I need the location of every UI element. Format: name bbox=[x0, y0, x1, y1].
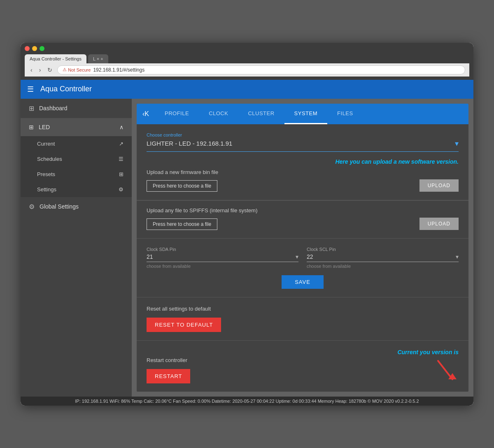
restart-left: Restart controller RESTART bbox=[147, 357, 190, 383]
content-panel: ‹ K PROFILE CLOCK CLUSTER SYSTEM bbox=[137, 104, 468, 392]
schedule-icon: ☰ bbox=[119, 156, 124, 162]
tab-clock[interactable]: CLOCK bbox=[199, 104, 238, 124]
spiffs-upload-label: Upload any file to SPIFFS (internal file… bbox=[147, 207, 459, 214]
settings-icon: ⚙ bbox=[119, 186, 124, 193]
sidebar-global-label: Global Settings bbox=[40, 203, 79, 210]
minimize-icon[interactable] bbox=[32, 46, 37, 51]
scl-pin-value: 22 bbox=[307, 253, 456, 260]
sda-pin-select[interactable]: 21 ▾ bbox=[147, 253, 298, 262]
trend-icon: ↗ bbox=[119, 141, 124, 147]
controller-select-row: LIGHTER - LED - 192.168.1.91 ▾ bbox=[147, 139, 459, 152]
active-browser-tab[interactable]: Aqua Controller - Settings bbox=[25, 54, 86, 63]
scl-dropdown-icon: ▾ bbox=[456, 253, 459, 260]
dashboard-icon: ⊞ bbox=[29, 104, 34, 112]
restart-right: Current you version is bbox=[397, 349, 459, 383]
sidebar-led-label: LED bbox=[39, 124, 50, 130]
restart-section: Restart controller RESTART Current you v… bbox=[137, 341, 468, 392]
forward-btn[interactable]: › bbox=[37, 66, 43, 74]
panel-body: Choose controller LIGHTER - LED - 192.16… bbox=[137, 124, 468, 392]
reload-btn[interactable]: ↻ bbox=[46, 66, 54, 74]
restart-label: Restart controller bbox=[147, 357, 190, 363]
tab-system[interactable]: SYSTEM bbox=[284, 104, 327, 124]
pins-row: Clock SDA Pin 21 ▾ choose from available… bbox=[147, 247, 459, 269]
browser-chrome: Aqua Controller - Settings L × + ‹ › ↻ ⚠… bbox=[21, 43, 473, 80]
presets-icon: ⊞ bbox=[119, 171, 124, 177]
sidebar-item-schedules[interactable]: Schedules ☰ bbox=[21, 151, 132, 167]
browser-window: Aqua Controller - Settings L × + ‹ › ↻ ⚠… bbox=[21, 43, 473, 406]
sidebar: ⊞ Dashboard ⊞ LED ∧ Current ↗ Schedules … bbox=[21, 99, 132, 397]
firmware-choose-file-button[interactable]: Press here to choose a file bbox=[147, 180, 217, 192]
restart-row: Restart controller RESTART Current you v… bbox=[147, 349, 459, 383]
sidebar-subsection-led: Current ↗ Schedules ☰ Presets ⊞ Settings… bbox=[21, 136, 132, 197]
app-title: Aqua Controller bbox=[40, 85, 92, 93]
controller-section: Choose controller LIGHTER - LED - 192.16… bbox=[137, 124, 468, 200]
browser-tabs: Aqua Controller - Settings L × + bbox=[25, 54, 469, 63]
sidebar-item-presets[interactable]: Presets ⊞ bbox=[21, 167, 132, 182]
close-icon[interactable] bbox=[25, 46, 30, 51]
sidebar-item-led[interactable]: ⊞ LED ∧ bbox=[21, 118, 132, 136]
current-version-hint: Current you version is bbox=[397, 349, 459, 355]
sidebar-item-settings[interactable]: Settings ⚙ bbox=[21, 182, 132, 197]
hamburger-icon[interactable]: ☰ bbox=[27, 85, 34, 94]
url-text: 192.168.1.91/#/settings bbox=[93, 67, 144, 73]
controller-value: LIGHTER - LED - 192.168.1.91 bbox=[147, 140, 452, 147]
scl-pin-hint: choose from available bbox=[307, 264, 459, 269]
tab-files[interactable]: FILES bbox=[327, 104, 363, 124]
arrow-down-icon bbox=[434, 359, 459, 383]
scl-pin-group: Clock SCL Pin 22 ▾ choose from available bbox=[307, 247, 459, 269]
main-content: ‹ K PROFILE CLOCK CLUSTER SYSTEM bbox=[132, 99, 473, 397]
sidebar-item-label: Dashboard bbox=[39, 105, 68, 111]
sda-pin-group: Clock SDA Pin 21 ▾ choose from available bbox=[147, 247, 298, 269]
restart-button[interactable]: RESTART bbox=[147, 369, 190, 383]
sda-pin-label: Clock SDA Pin bbox=[147, 247, 298, 252]
spiffs-choose-file-button[interactable]: Press here to choose a file bbox=[147, 218, 217, 230]
browser-tab[interactable]: L × + bbox=[88, 54, 108, 63]
spiffs-upload-row: Press here to choose a file UPLOAD bbox=[147, 218, 459, 230]
traffic-lights bbox=[25, 46, 469, 51]
firmware-upload-button[interactable]: UPLOAD bbox=[419, 179, 459, 192]
save-btn-row: SAVE bbox=[147, 275, 459, 289]
clock-pins-section: Clock SDA Pin 21 ▾ choose from available… bbox=[137, 239, 468, 297]
sda-dropdown-icon: ▾ bbox=[296, 253, 298, 260]
firmware-upload-row: Press here to choose a file UPLOAD bbox=[147, 179, 459, 192]
sidebar-item-global-settings[interactable]: ⚙ Global Settings bbox=[21, 197, 132, 216]
back-btn[interactable]: ‹ bbox=[29, 66, 34, 74]
firmware-upload-block: Upload a new firmware bin file Press her… bbox=[147, 169, 459, 192]
app-body: ⊞ Dashboard ⊞ LED ∧ Current ↗ Schedules … bbox=[21, 99, 473, 397]
sidebar-item-current[interactable]: Current ↗ bbox=[21, 136, 132, 151]
scl-pin-select[interactable]: 22 ▾ bbox=[307, 253, 459, 262]
spiffs-section: Upload any file to SPIFFS (internal file… bbox=[137, 200, 468, 239]
not-secure-indicator: ⚠ Not Secure bbox=[63, 67, 91, 72]
url-bar[interactable]: ⚠ Not Secure 192.168.1.91/#/settings bbox=[57, 65, 465, 74]
reset-section: Reset all settings to default RESET TO D… bbox=[137, 297, 468, 341]
address-bar: ‹ › ↻ ⚠ Not Secure 192.168.1.91/#/settin… bbox=[25, 63, 469, 77]
status-text: IP: 192.168.1.91 WiFi: 86% Temp Calc: 20… bbox=[75, 399, 419, 404]
save-button[interactable]: SAVE bbox=[282, 275, 324, 289]
tab-back-button[interactable]: ‹ K bbox=[137, 104, 155, 124]
firmware-upload-label: Upload a new firmware bin file bbox=[147, 169, 459, 175]
app-header: ☰ Aqua Controller bbox=[21, 80, 473, 99]
maximize-icon[interactable] bbox=[40, 46, 44, 51]
reset-label: Reset all settings to default bbox=[147, 306, 459, 312]
controller-label: Choose controller bbox=[147, 132, 459, 137]
tab-cluster[interactable]: CLUSTER bbox=[238, 104, 284, 124]
status-bar: IP: 192.168.1.91 WiFi: 86% Temp Calc: 20… bbox=[21, 397, 473, 406]
scl-pin-label: Clock SCL Pin bbox=[307, 247, 459, 252]
firmware-hint: Here you can upload a new software versi… bbox=[147, 158, 459, 165]
controller-dropdown-icon[interactable]: ▾ bbox=[455, 139, 459, 148]
led-icon: ⊞ bbox=[29, 124, 34, 130]
global-settings-icon: ⚙ bbox=[29, 203, 35, 211]
tab-profile[interactable]: PROFILE bbox=[155, 104, 199, 124]
tab-bar: ‹ K PROFILE CLOCK CLUSTER SYSTEM bbox=[137, 104, 468, 124]
sidebar-item-dashboard[interactable]: ⊞ Dashboard bbox=[21, 99, 132, 118]
sda-pin-value: 21 bbox=[147, 253, 296, 260]
sda-pin-hint: choose from available bbox=[147, 264, 298, 269]
spiffs-upload-button[interactable]: UPLOAD bbox=[419, 218, 459, 230]
reset-to-default-button[interactable]: RESET TO DEFAULT bbox=[147, 318, 221, 332]
chevron-up-icon: ∧ bbox=[119, 124, 124, 130]
